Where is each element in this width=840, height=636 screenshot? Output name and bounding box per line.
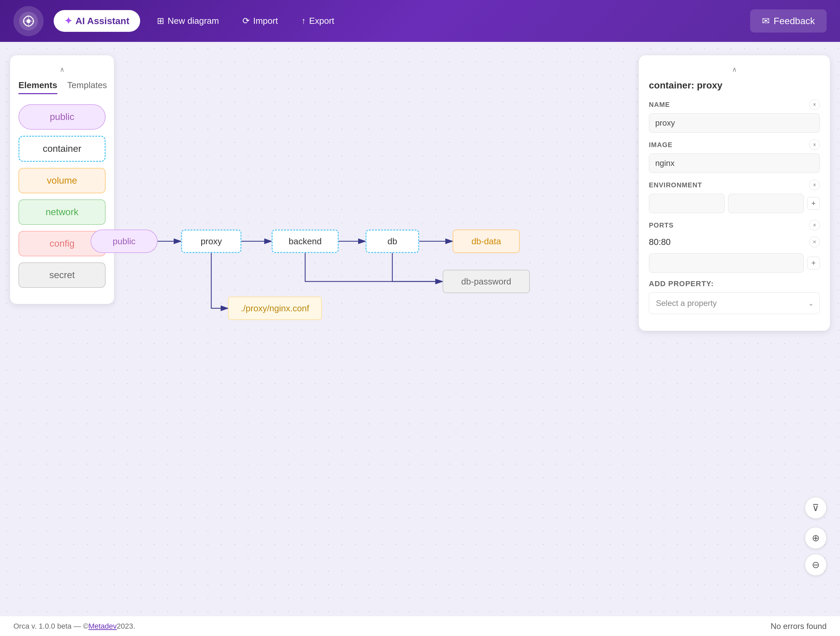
node-db-password[interactable]: db-password — [443, 270, 530, 293]
arrows-svg — [0, 42, 840, 616]
node-db-data[interactable]: db-data — [453, 230, 520, 253]
year-text: 2023. — [117, 622, 135, 631]
zoom-out-icon: ⊖ — [812, 559, 819, 570]
new-diagram-label: New diagram — [168, 16, 219, 26]
feedback-icon: ✉ — [762, 16, 770, 27]
main-canvas: ∧ Elements Templates public container vo… — [0, 42, 840, 616]
new-diagram-icon: ⊞ — [157, 16, 164, 26]
feedback-label: Feedback — [774, 16, 815, 27]
zoom-in-button[interactable]: ⊕ — [805, 527, 827, 549]
import-label: Import — [253, 16, 278, 26]
header: AI Assistant ⊞ New diagram ⟳ Import ↑ Ex… — [0, 0, 840, 42]
node-backend[interactable]: backend — [272, 230, 339, 253]
zoom-controls: ⊽ ⊕ ⊖ — [805, 497, 827, 576]
node-nginx-conf[interactable]: ./proxy/nginx.conf — [228, 296, 322, 320]
node-public[interactable]: public — [90, 230, 158, 253]
import-icon: ⟳ — [242, 16, 250, 26]
ai-assistant-label: AI Assistant — [76, 16, 129, 27]
node-db[interactable]: db — [366, 230, 419, 253]
ai-assistant-button[interactable]: AI Assistant — [54, 10, 140, 32]
bottom-bar: Orca v. 1.0.0 beta — © Metadev 2023. No … — [0, 616, 840, 636]
new-diagram-button[interactable]: ⊞ New diagram — [150, 12, 226, 30]
feedback-button[interactable]: ✉ Feedback — [750, 9, 827, 33]
zoom-in-icon: ⊕ — [812, 532, 819, 543]
filter-button[interactable]: ⊽ — [805, 497, 827, 519]
export-label: Export — [309, 16, 334, 26]
diagram-area: public proxy backend db db-data db-passw… — [0, 42, 840, 616]
logo — [13, 6, 44, 36]
export-icon: ↑ — [302, 16, 306, 26]
status-text: No errors found — [771, 622, 827, 631]
node-proxy[interactable]: proxy — [181, 230, 242, 253]
metadev-link[interactable]: Metadev — [88, 622, 117, 631]
zoom-out-button[interactable]: ⊖ — [805, 554, 827, 576]
version-text: Orca v. 1.0.0 beta — © — [13, 622, 88, 631]
import-button[interactable]: ⟳ Import — [236, 12, 285, 30]
filter-icon: ⊽ — [812, 502, 819, 513]
export-button[interactable]: ↑ Export — [295, 12, 341, 30]
